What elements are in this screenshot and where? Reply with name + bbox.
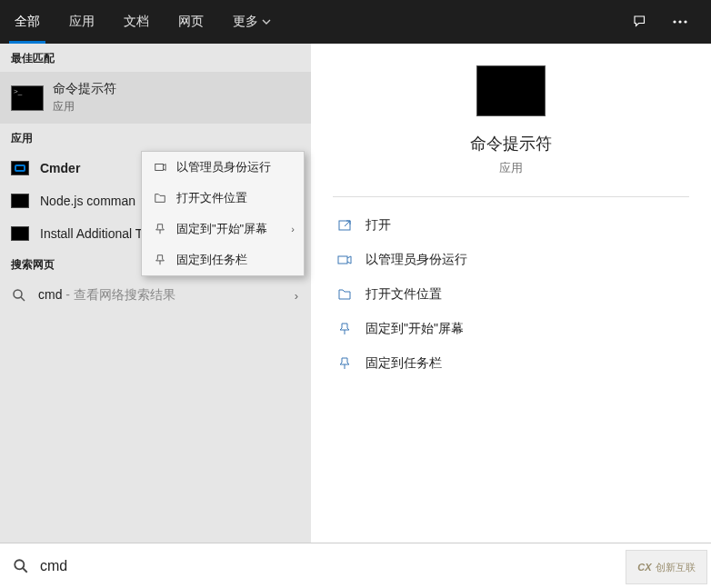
search-filter-tabs: 全部 应用 文档 网页 更多 (0, 0, 711, 44)
pin-start-icon (153, 222, 167, 236)
web-query: cmd (38, 287, 62, 302)
context-menu: 以管理员身份运行 打开文件位置 固定到"开始"屏幕 › 固定到任务栏 (141, 151, 305, 276)
svg-point-3 (14, 290, 22, 298)
svg-line-9 (23, 568, 27, 573)
tab-all[interactable]: 全部 (0, 0, 55, 44)
preview-subtitle: 应用 (499, 160, 523, 176)
admin-icon (336, 252, 353, 268)
context-label: 以管理员身份运行 (176, 159, 271, 175)
tab-docs[interactable]: 文档 (109, 0, 164, 44)
context-run-as-admin[interactable]: 以管理员身份运行 (142, 152, 304, 183)
svg-point-8 (15, 560, 24, 569)
tab-more[interactable]: 更多 (218, 0, 285, 44)
chevron-right-icon: › (291, 224, 295, 234)
preview-actions: 打开 以管理员身份运行 打开文件位置 固定到"开始"屏幕 固定到任务栏 (333, 210, 689, 379)
web-search-item[interactable]: cmd - 查看网络搜索结果 › (0, 278, 311, 313)
svg-rect-5 (155, 164, 164, 171)
context-pin-to-taskbar[interactable]: 固定到任务栏 (142, 244, 304, 275)
pin-start-icon (336, 321, 353, 337)
folder-icon (336, 286, 353, 303)
admin-icon (153, 160, 167, 174)
chevron-right-icon: › (295, 289, 298, 303)
preview-title: 命令提示符 (470, 133, 552, 154)
action-label: 以管理员身份运行 (366, 252, 467, 268)
svg-point-0 (673, 20, 676, 23)
web-hint: - 查看网络搜索结果 (62, 287, 175, 302)
action-label: 固定到任务栏 (366, 355, 442, 372)
search-bar: CX 创新互联 (0, 543, 711, 588)
cmder-icon (11, 161, 29, 175)
pin-taskbar-icon (336, 355, 353, 372)
search-icon (11, 287, 27, 304)
folder-icon (153, 191, 167, 205)
preview-panel: 命令提示符 应用 打开 以管理员身份运行 打开文件位置 固定到"开始"屏幕 (311, 44, 711, 543)
action-open-file-location[interactable]: 打开文件位置 (333, 279, 689, 310)
section-apps: 应用 (0, 124, 311, 152)
app-label: Node.js comman (40, 194, 135, 208)
action-label: 打开文件位置 (366, 286, 442, 303)
best-match-subtitle: 应用 (53, 99, 116, 115)
action-pin-to-taskbar[interactable]: 固定到任务栏 (333, 348, 689, 379)
section-best-match: 最佳匹配 (0, 44, 311, 72)
app-label: Cmder (40, 161, 80, 175)
main-content: 最佳匹配 命令提示符 应用 应用 Cmder › Node.js comman … (0, 44, 711, 543)
search-input[interactable] (40, 558, 698, 574)
watermark-logo: CX (637, 562, 651, 573)
action-run-as-admin[interactable]: 以管理员身份运行 (333, 244, 689, 275)
tab-apps[interactable]: 应用 (55, 0, 109, 44)
action-open[interactable]: 打开 (333, 210, 689, 241)
watermark: CX 创新互联 (626, 550, 707, 584)
open-icon (336, 217, 353, 234)
svg-rect-7 (338, 256, 347, 264)
svg-line-4 (21, 297, 25, 301)
svg-point-2 (684, 20, 686, 23)
context-label: 固定到"开始"屏幕 (176, 221, 267, 237)
nodejs-cmd-icon (11, 194, 29, 208)
preview-thumbnail (476, 65, 546, 116)
watermark-text: 创新互联 (656, 561, 696, 574)
results-panel: 最佳匹配 命令提示符 应用 应用 Cmder › Node.js comman … (0, 44, 311, 543)
best-match-item[interactable]: 命令提示符 应用 (0, 72, 311, 124)
feedback-icon[interactable] (622, 4, 658, 40)
context-open-file-location[interactable]: 打开文件位置 (142, 183, 304, 214)
context-label: 固定到任务栏 (176, 252, 247, 268)
search-icon (13, 558, 29, 574)
context-pin-to-start[interactable]: 固定到"开始"屏幕 › (142, 214, 304, 244)
context-label: 打开文件位置 (176, 190, 247, 206)
more-options-icon[interactable] (662, 4, 698, 40)
tab-web[interactable]: 网页 (164, 0, 218, 44)
chevron-down-icon (262, 17, 271, 26)
action-label: 固定到"开始"屏幕 (366, 321, 464, 337)
pin-taskbar-icon (153, 253, 167, 267)
action-pin-to-start[interactable]: 固定到"开始"屏幕 (333, 314, 689, 344)
cmd-prompt-icon (11, 85, 44, 111)
best-match-title: 命令提示符 (53, 81, 116, 97)
divider (333, 196, 689, 197)
node-tools-icon (11, 226, 29, 241)
action-label: 打开 (366, 217, 391, 234)
svg-point-1 (678, 20, 681, 23)
tab-more-label: 更多 (233, 14, 258, 30)
